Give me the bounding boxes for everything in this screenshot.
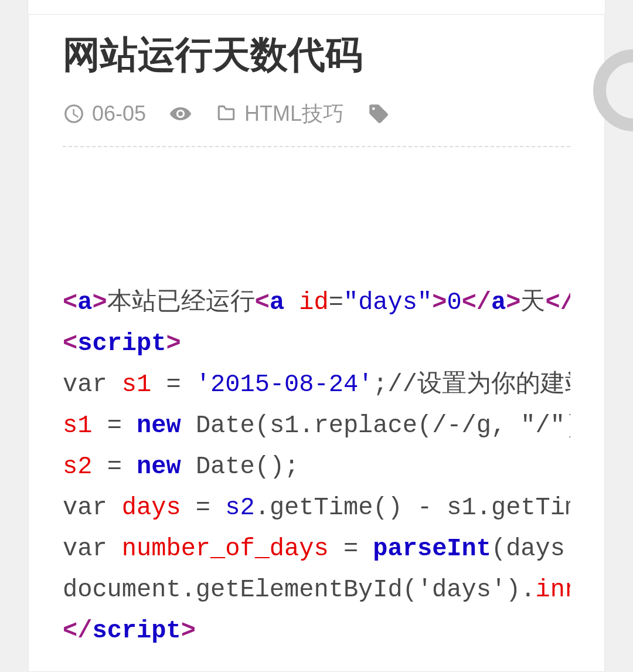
- code-block: <a>本站已经运行<a id="days">0</a>天</a> <script…: [63, 282, 570, 651]
- meta-category[interactable]: HTML技巧: [215, 100, 344, 128]
- code-line: </script>: [63, 610, 570, 651]
- code-line: var s1 = '2015-08-24';//设置为你的建站时间: [63, 364, 570, 405]
- code-line: <a>本站已经运行<a id="days">0</a>天</a>: [63, 282, 570, 323]
- code-line: s1 = new Date(s1.replace(/-/g, "/"));: [63, 405, 570, 446]
- meta-views: [169, 103, 192, 125]
- folder-icon: [215, 103, 237, 125]
- meta-date-text: 06-05: [92, 101, 146, 126]
- tag-icon: [367, 103, 390, 125]
- meta-row: 06-05 HTML技巧: [63, 100, 570, 147]
- meta-category-text: HTML技巧: [244, 100, 344, 128]
- article-card: 网站运行天数代码 06-05 HTML: [28, 14, 605, 672]
- code-line: s2 = new Date();: [63, 446, 570, 487]
- code-line: <script>: [63, 323, 570, 364]
- code-line: var days = s2.getTime() - s1.getTime();: [63, 487, 570, 528]
- clock-icon: [63, 103, 85, 125]
- meta-date: 06-05: [63, 101, 146, 126]
- eye-icon: [169, 103, 192, 125]
- code-line: document.getElementById('days').innerHTM: [63, 569, 570, 610]
- content-spacer: [63, 147, 570, 282]
- meta-tags[interactable]: [367, 103, 390, 125]
- article-title: 网站运行天数代码: [63, 32, 570, 77]
- card-inner: 网站运行天数代码 06-05 HTML: [29, 32, 604, 651]
- code-line: var number_of_days = parseInt(days / (10…: [63, 528, 570, 569]
- top-strip: [28, 0, 605, 14]
- page-wrap: 网站运行天数代码 06-05 HTML: [0, 0, 633, 672]
